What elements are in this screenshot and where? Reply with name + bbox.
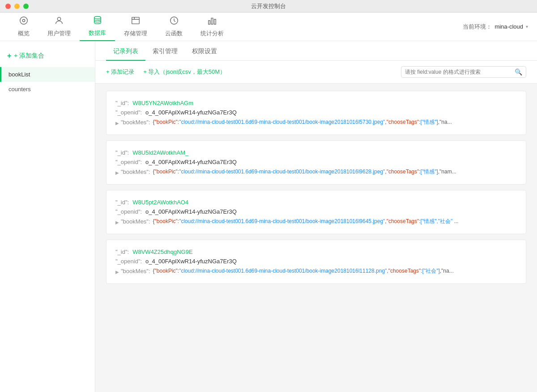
id-value: W8U5YN2AWotkhAGm bbox=[132, 100, 193, 106]
record-id-field: "_id":W8U5ld2AWotkhAM_ bbox=[115, 148, 517, 157]
nav-item-database[interactable]: 数据库 bbox=[80, 13, 115, 41]
svg-rect-8 bbox=[214, 19, 216, 24]
record-id-field: "_id":W8U5pt2AWotkhAO4 bbox=[115, 198, 517, 207]
record-bookmes-field: ▶ "bookMes": {"bookPic":"cloud://mina-cl… bbox=[115, 216, 517, 227]
record-card: "_id":W8U5YN2AWotkhAGm "_openid":o_4_00F… bbox=[106, 91, 526, 135]
id-value: W8U5ld2AWotkhAM_ bbox=[132, 149, 188, 156]
record-bookmes-field: ▶ "bookMes": {"bookPic":"cloud://mina-cl… bbox=[115, 117, 517, 127]
expand-arrow-icon[interactable]: ▶ bbox=[115, 170, 119, 175]
nav-item-storage[interactable]: 存储管理 bbox=[115, 13, 156, 41]
sidebar-item-counters[interactable]: counters bbox=[0, 82, 95, 97]
nav-label-stats: 统计分析 bbox=[200, 30, 224, 38]
bookmes-key: "bookMes": bbox=[121, 268, 150, 274]
bookmes-key: "bookMes": bbox=[121, 218, 150, 225]
chevron-down-icon: ▾ bbox=[526, 24, 528, 29]
id-value: W8VW4Z25dhqgNG9E bbox=[132, 249, 192, 255]
openid-key: "_openid": bbox=[115, 109, 142, 116]
openid-key: "_openid": bbox=[115, 159, 142, 165]
search-icon: 🔍 bbox=[515, 68, 522, 76]
svg-rect-4 bbox=[132, 17, 140, 24]
nav-label-database: 数据库 bbox=[89, 29, 106, 37]
bookmes-value: {"bookPic":"cloud://mina-cloud-test001.6… bbox=[153, 118, 452, 126]
bookmes-value: {"bookPic":"cloud://mina-cloud-test001.6… bbox=[153, 168, 456, 176]
openid-value: o_4_00FAplXwR14-yfuzNGa7Er3Q bbox=[145, 109, 237, 116]
plus-icon: + bbox=[7, 52, 11, 60]
id-key: "_id": bbox=[115, 149, 129, 156]
sidebar-item-counters-label: counters bbox=[9, 86, 31, 93]
search-input[interactable] bbox=[405, 69, 515, 75]
id-key: "_id": bbox=[115, 249, 129, 255]
openid-value: o_4_00FAplXwR14-yfuzNGa7Er3Q bbox=[145, 208, 237, 215]
add-record-button[interactable]: + 添加记录 bbox=[106, 68, 134, 76]
env-selector[interactable]: 当前环境： mina-cloud ▾ bbox=[463, 23, 528, 31]
top-navigation: 概览 用户管理 数据库 存储管理 云函数 bbox=[0, 13, 537, 41]
add-record-label: + 添加记录 bbox=[106, 68, 134, 76]
record-openid-field: "_openid":o_4_00FAplXwR14-yfuzNGa7Er3Q bbox=[115, 157, 517, 167]
sidebar: + + 添加集合 bookList counters bbox=[0, 41, 95, 392]
svg-point-2 bbox=[57, 17, 60, 21]
record-openid-field: "_openid":o_4_00FAplXwR14-yfuzNGa7Er3Q bbox=[115, 108, 517, 117]
svg-point-0 bbox=[20, 17, 28, 25]
functions-icon bbox=[169, 16, 179, 28]
storage-icon bbox=[131, 16, 141, 28]
bookmes-key: "bookMes": bbox=[121, 119, 150, 126]
minimize-button[interactable] bbox=[14, 4, 20, 9]
record-openid-field: "_openid":o_4_00FAplXwR14-yfuzNGa7Er3Q bbox=[115, 257, 517, 266]
id-key: "_id": bbox=[115, 100, 129, 106]
record-id-field: "_id":W8U5YN2AWotkhAGm bbox=[115, 98, 517, 108]
id-key: "_id": bbox=[115, 199, 129, 206]
svg-rect-7 bbox=[211, 18, 213, 25]
nav-label-user: 用户管理 bbox=[47, 30, 71, 38]
sidebar-item-booklist-label: bookList bbox=[9, 71, 30, 78]
tab-permissions[interactable]: 权限设置 bbox=[185, 43, 224, 61]
toolbar: + 添加记录 + 导入（json或csv，最大50M） 🔍 bbox=[95, 61, 537, 84]
window-controls[interactable] bbox=[5, 4, 29, 9]
svg-point-3 bbox=[94, 17, 101, 19]
main-layout: + + 添加集合 bookList counters 记录列表 索引管理 权限设… bbox=[0, 41, 537, 392]
record-card: "_id":W8U5pt2AWotkhAO4 "_openid":o_4_00F… bbox=[106, 190, 526, 234]
import-button[interactable]: + 导入（json或csv，最大50M） bbox=[143, 68, 226, 76]
sidebar-item-booklist[interactable]: bookList bbox=[0, 67, 95, 82]
env-value: mina-cloud bbox=[494, 23, 523, 30]
user-icon bbox=[54, 16, 64, 28]
close-button[interactable] bbox=[5, 4, 11, 9]
openid-key: "_openid": bbox=[115, 258, 142, 265]
openid-value: o_4_00FAplXwR14-yfuzNGa7Er3Q bbox=[145, 258, 237, 265]
svg-rect-6 bbox=[209, 21, 210, 24]
expand-arrow-icon[interactable]: ▶ bbox=[115, 220, 119, 225]
openid-value: o_4_00FAplXwR14-yfuzNGa7Er3Q bbox=[145, 159, 237, 165]
maximize-button[interactable] bbox=[23, 4, 29, 9]
tab-index[interactable]: 索引管理 bbox=[145, 43, 185, 61]
id-value: W8U5pt2AWotkhAO4 bbox=[132, 199, 188, 206]
record-openid-field: "_openid":o_4_00FAplXwR14-yfuzNGa7Er3Q bbox=[115, 207, 517, 216]
nav-item-functions[interactable]: 云函数 bbox=[156, 13, 192, 41]
stats-icon bbox=[207, 16, 217, 28]
nav-item-overview[interactable]: 概览 bbox=[9, 13, 38, 41]
database-icon bbox=[93, 15, 102, 27]
nav-item-user[interactable]: 用户管理 bbox=[38, 13, 80, 41]
nav-item-stats[interactable]: 统计分析 bbox=[192, 13, 233, 41]
add-collection-button[interactable]: + + 添加集合 bbox=[0, 48, 95, 63]
nav-items: 概览 用户管理 数据库 存储管理 云函数 bbox=[9, 13, 528, 41]
import-label: + 导入（json或csv，最大50M） bbox=[143, 68, 226, 76]
search-box[interactable]: 🔍 bbox=[401, 66, 526, 78]
add-collection-label: + 添加集合 bbox=[14, 52, 44, 60]
nav-label-functions: 云函数 bbox=[165, 30, 183, 38]
expand-arrow-icon[interactable]: ▶ bbox=[115, 270, 119, 274]
record-bookmes-field: ▶ "bookMes": {"bookPic":"cloud://mina-cl… bbox=[115, 266, 517, 276]
content-area: 记录列表 索引管理 权限设置 + 添加记录 + 导入（json或csv，最大50… bbox=[95, 41, 537, 392]
tab-records-label: 记录列表 bbox=[113, 47, 138, 55]
openid-key: "_openid": bbox=[115, 208, 142, 215]
window-title: 云开发控制台 bbox=[251, 2, 286, 10]
svg-point-1 bbox=[22, 19, 25, 22]
tabs-bar: 记录列表 索引管理 权限设置 bbox=[95, 41, 537, 61]
titlebar: 云开发控制台 bbox=[0, 0, 537, 13]
tab-records[interactable]: 记录列表 bbox=[106, 43, 145, 61]
env-label: 当前环境： bbox=[463, 23, 492, 31]
record-bookmes-field: ▶ "bookMes": {"bookPic":"cloud://mina-cl… bbox=[115, 167, 517, 177]
expand-arrow-icon[interactable]: ▶ bbox=[115, 121, 119, 126]
record-card: "_id":W8VW4Z25dhqgNG9E "_openid":o_4_00F… bbox=[106, 240, 526, 284]
nav-label-storage: 存储管理 bbox=[124, 30, 147, 38]
tab-index-label: 索引管理 bbox=[153, 47, 178, 55]
nav-label-overview: 概览 bbox=[18, 30, 30, 38]
